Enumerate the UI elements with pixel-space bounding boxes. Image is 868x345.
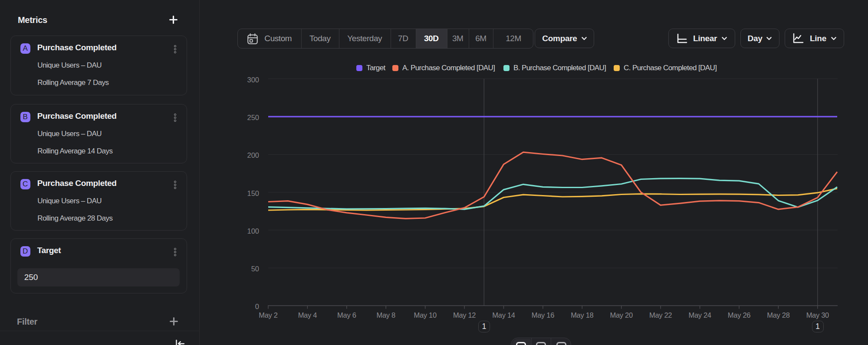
svg-text:May 2: May 2 (259, 311, 278, 319)
svg-text:May 24: May 24 (688, 311, 711, 319)
svg-text:May 28: May 28 (767, 311, 789, 319)
svg-text:50: 50 (251, 265, 259, 273)
svg-text:May 16: May 16 (532, 311, 554, 319)
svg-text:May 22: May 22 (649, 311, 672, 319)
svg-text:May 6: May 6 (337, 311, 356, 319)
svg-text:May 14: May 14 (492, 311, 515, 319)
svg-text:May 30: May 30 (806, 311, 829, 319)
svg-text:May 18: May 18 (571, 311, 593, 319)
svg-text:100: 100 (247, 227, 259, 235)
svg-text:May 4: May 4 (298, 311, 317, 319)
svg-text:May 10: May 10 (414, 311, 437, 319)
svg-text:300: 300 (247, 76, 259, 84)
svg-text:250: 250 (247, 114, 259, 121)
svg-text:200: 200 (247, 151, 259, 159)
svg-text:May 26: May 26 (728, 311, 750, 319)
svg-text:May 20: May 20 (610, 311, 633, 319)
svg-text:May 12: May 12 (453, 311, 476, 319)
svg-text:0: 0 (255, 303, 259, 310)
svg-text:May 8: May 8 (376, 311, 395, 319)
svg-text:150: 150 (247, 189, 259, 197)
